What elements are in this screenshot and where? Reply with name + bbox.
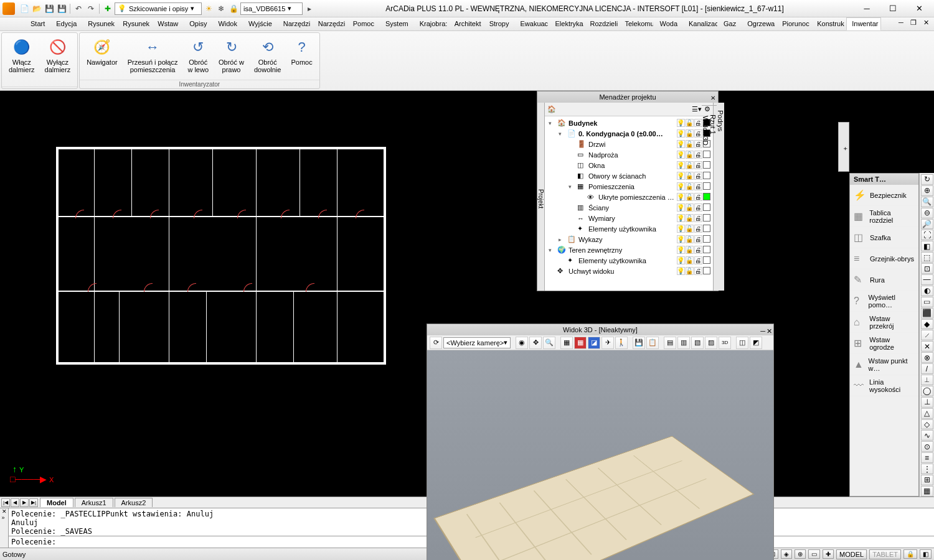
rtool-6[interactable]: ◧	[921, 241, 933, 251]
close-button[interactable]: ✕	[907, 1, 932, 16]
rtool-23[interactable]: ∿	[921, 430, 933, 441]
tab-ewakuac[interactable]: Ewakuac	[514, 17, 549, 30]
save-icon[interactable]: 💾	[44, 3, 55, 14]
tab-elektryka[interactable]: Elektryka	[549, 17, 584, 30]
filter-icon[interactable]: ☰▾	[692, 105, 702, 113]
rtool-10[interactable]: ◐	[921, 286, 933, 296]
mdi-minimize-icon[interactable]: ─	[895, 17, 907, 27]
tree-budynek[interactable]: ▾🏠Budynek💡🔓🖨	[546, 118, 712, 128]
tab-kanalizac[interactable]: Kanalizac	[683, 17, 718, 30]
rtool-1[interactable]: ⊕	[921, 185, 933, 196]
cmd-close-icon[interactable]: ✕»	[0, 508, 9, 548]
layer-icon[interactable]: ✚	[102, 3, 113, 14]
minimize-button[interactable]: ─	[854, 1, 879, 16]
new-icon[interactable]: 📄	[19, 3, 30, 14]
camera-combo[interactable]: <Wybierz kamerę> ▾	[443, 337, 511, 348]
tab-inwentar[interactable]: Inwentar	[846, 17, 881, 30]
sheet-tab-arkusz1[interactable]: Arkusz1	[75, 498, 113, 507]
rtool-14[interactable]: ⟋	[921, 330, 933, 340]
rtool-27[interactable]: ⊞	[921, 475, 933, 485]
v3d-copy-icon[interactable]: 📋	[646, 337, 659, 349]
ribbon-obróć[interactable]: ⟲Obróć dowolnie	[250, 35, 285, 77]
layer-combo2[interactable]: isa_VDB6615▾	[240, 2, 303, 15]
sheet-nav[interactable]: ▶|	[29, 498, 38, 507]
smart-szafka[interactable]: ◫Szafka	[850, 227, 918, 248]
layer-combo[interactable]: 💡 Szkicowanie i opisy ▾	[115, 2, 202, 15]
rtool-18[interactable]: ⟂	[921, 375, 933, 385]
smart-wstaw-przekr-j[interactable]: ⌂Wstaw przekrój	[850, 312, 918, 333]
rtool-25[interactable]: ≡	[921, 452, 933, 463]
rtool-4[interactable]: 🔎	[921, 219, 933, 230]
tree-uchwyt-widoku[interactable]: ✥Uchwyt widoku💡🔓🖨	[546, 266, 712, 276]
rtool-2[interactable]: 🔍	[921, 197, 933, 207]
smart-wstaw-punkt-w-[interactable]: ▲Wstaw punkt w…	[850, 354, 918, 375]
smart-wy-wietl-pomo-[interactable]: ?Wyświetl pomo…	[850, 291, 918, 312]
pm-tree[interactable]: ▾🏠Budynek💡🔓🖨▾📄0. Kondygnacja 0 (±0.00…💡🔓…	[545, 116, 713, 291]
tab-rysunek[interactable]: Rysunek	[82, 17, 117, 30]
smart-tablica-rozdziel[interactable]: ▦Tablica rozdziel	[850, 206, 918, 227]
tree-pomieszczenia[interactable]: ▾▦Pomieszczenia💡🔓🖨	[546, 181, 712, 192]
v3d-t3-icon[interactable]: ▧	[691, 337, 704, 349]
sheet-tab-model[interactable]: Model	[40, 498, 73, 507]
rtool-22[interactable]: ◇	[921, 419, 933, 430]
smart-bezpiecznik[interactable]: ⚡Bezpiecznik	[850, 185, 918, 206]
tab-rozdzieli[interactable]: Rozdzieli	[584, 17, 619, 30]
v3d-t1-icon[interactable]: ▤	[664, 337, 676, 349]
rtool-7[interactable]: ⬚	[921, 252, 933, 263]
tree-otwory-w-cianach[interactable]: ◧Otwory w ścianach💡🔓🖨	[546, 170, 712, 181]
tree-teren-zewn-trzny[interactable]: ▾🌍Teren zewnętrzny💡🔓🖨	[546, 245, 712, 255]
tree--ciany[interactable]: ▥Ściany💡🔓🖨	[546, 202, 712, 213]
sheet-nav[interactable]: ▶	[20, 498, 29, 507]
lock-icon[interactable]: 🔒	[228, 3, 239, 14]
v3d-min-icon[interactable]: ─	[760, 325, 765, 337]
rtool-21[interactable]: △	[921, 408, 933, 419]
v3d-zoom-icon[interactable]: 🔍	[543, 337, 555, 349]
redo-icon[interactable]: ↷	[85, 3, 97, 14]
smart-grzejnik-obrys[interactable]: ≡Grzejnik-obrys	[850, 248, 918, 269]
tree-nadpro-a[interactable]: ▭Nadproża💡🔓🖨	[546, 149, 712, 160]
tab-wyjście[interactable]: Wyjście	[243, 17, 278, 30]
v3d-shade-icon[interactable]: ◪	[588, 337, 600, 349]
tab-ogrzewa[interactable]: Ogrzewa	[742, 17, 776, 30]
mdi-restore-icon[interactable]: ❐	[908, 17, 919, 27]
v3d-walk-icon[interactable]: 🚶	[615, 337, 628, 349]
tab-narzędzi[interactable]: Narzędzi	[313, 17, 347, 30]
ribbon-obróć w[interactable]: ↻Obróć w prawo	[214, 35, 248, 77]
ribbon-przesuń i połącz[interactable]: ↔Przesuń i połącz pomieszczenia	[123, 35, 182, 77]
tab-piorunoc[interactable]: Piorunoc	[776, 17, 811, 30]
rtool-16[interactable]: ⊗	[921, 352, 933, 363]
smart-title[interactable]: Smart T…	[850, 174, 918, 185]
tree-ukryte-pomieszczenia-[interactable]: 👁Ukryte pomieszczenia …💡🔓🖨	[546, 192, 712, 202]
rtool-20[interactable]: ⊥	[921, 397, 933, 408]
status-lock-icon[interactable]: 🔒	[903, 549, 917, 559]
undo-icon[interactable]: ↶	[73, 3, 84, 14]
tab-krajobra:[interactable]: Krajobra:	[414, 17, 449, 30]
status-b8-icon[interactable]: ⊕	[795, 549, 806, 559]
v3d-wire-icon[interactable]: ▦	[574, 337, 587, 349]
ribbon-obróć[interactable]: ↺Obróć w lewo	[183, 35, 213, 77]
tab-wstaw[interactable]: Wstaw	[152, 17, 184, 30]
v3d-close-icon[interactable]: ✕	[767, 325, 772, 337]
sheet-nav[interactable]: ◀	[11, 498, 19, 507]
tree-drzwi[interactable]: 🚪Drzwi💡🔓🖨	[546, 139, 712, 149]
v3d-3d-icon[interactable]: 3D	[719, 337, 731, 349]
v3d-pan-icon[interactable]: ✥	[529, 337, 542, 349]
v3d-persp-icon[interactable]: ▦	[560, 337, 573, 349]
status-b10-icon[interactable]: ✚	[823, 549, 834, 559]
pm-close-icon[interactable]: ✕	[709, 93, 717, 100]
tab-widok[interactable]: Widok	[212, 17, 243, 30]
smart-rura[interactable]: ✎Rura	[850, 269, 918, 291]
pm-right-tabs[interactable]: Podrys Rzut 1 Widok 3D	[713, 103, 724, 291]
tree-elementy-u-ytkownika[interactable]: ✦Elementy użytkownika💡🔓🖨	[546, 223, 712, 234]
tree-wykazy[interactable]: ▸📋Wykazy💡🔓🖨	[546, 234, 712, 245]
tree-0-kondygnacja-0-0-00-[interactable]: ▾📄0. Kondygnacja 0 (±0.00…💡🔓🖨	[546, 128, 712, 139]
tab-start[interactable]: Start	[25, 17, 50, 30]
tree-okna[interactable]: ◫Okna💡🔓🖨	[546, 160, 712, 170]
v3d-t6-icon[interactable]: ◩	[750, 337, 762, 349]
v3d-save-icon[interactable]: 💾	[633, 337, 645, 349]
rtool-19[interactable]: ◯	[921, 386, 933, 396]
rtool-12[interactable]: ⬛	[921, 308, 933, 319]
v3d-t5-icon[interactable]: ◫	[736, 337, 748, 349]
sheet-nav[interactable]: |◀	[1, 498, 10, 507]
tree-wymiary[interactable]: ↔Wymiary💡🔓🖨	[546, 213, 712, 223]
